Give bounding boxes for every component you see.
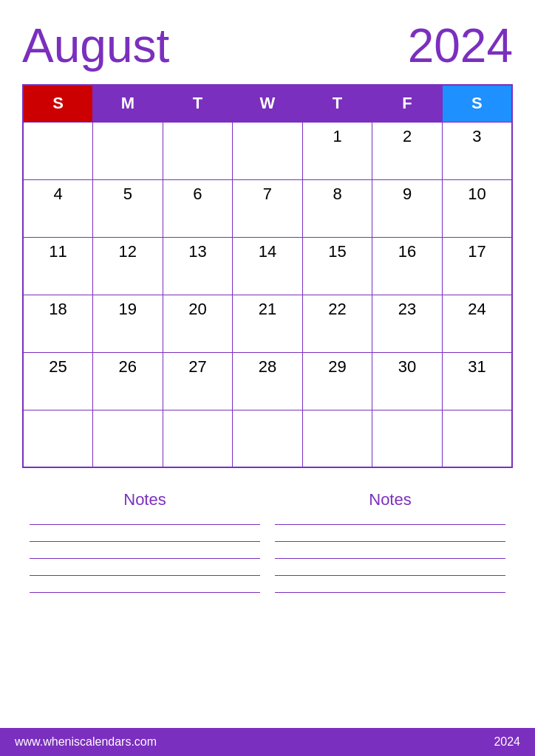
calendar-week-5 (23, 410, 512, 467)
col-header-wednesday: W (233, 85, 303, 122)
col-header-monday: M (93, 85, 163, 122)
calendar-day (302, 410, 372, 467)
calendar-week-4: 25262728293031 (23, 352, 512, 410)
calendar-day: 8 (302, 179, 372, 237)
footer: www.wheniscalendars.com 2024 (0, 728, 535, 756)
calendar-week-0: 123 (23, 122, 512, 179)
col-header-thursday: T (302, 85, 372, 122)
note-line-r1 (275, 524, 505, 525)
calendar-day: 14 (233, 237, 303, 295)
note-line-r4 (275, 575, 505, 576)
calendar-day: 18 (23, 295, 93, 352)
calendar-day: 25 (23, 352, 93, 410)
col-header-saturday: S (442, 85, 512, 122)
footer-url: www.wheniscalendars.com (15, 735, 157, 749)
calendar-day: 30 (372, 352, 443, 410)
calendar-day: 13 (163, 237, 233, 295)
year-title: 2024 (408, 22, 513, 69)
col-header-tuesday: T (163, 85, 233, 122)
calendar-body: 1234567891011121314151617181920212223242… (23, 122, 512, 467)
calendar-day: 21 (233, 295, 303, 352)
col-header-sunday: S (23, 85, 93, 122)
note-line-l2 (30, 541, 260, 542)
calendar-day (93, 122, 163, 179)
calendar-day (93, 410, 163, 467)
calendar-day: 15 (302, 237, 372, 295)
calendar-day (233, 122, 303, 179)
header: August 2024 (22, 22, 513, 69)
calendar-day (23, 410, 93, 467)
calendar-day: 22 (302, 295, 372, 352)
note-line-l1 (30, 524, 260, 525)
calendar-day (442, 410, 512, 467)
calendar-day (233, 410, 303, 467)
calendar-table: S M T W T F S 12345678910111213141516171… (22, 84, 513, 468)
calendar-day: 20 (163, 295, 233, 352)
calendar-day (163, 410, 233, 467)
calendar-day (23, 122, 93, 179)
note-line-l3 (30, 558, 260, 559)
note-line-l5 (30, 592, 260, 593)
notes-left: Notes (30, 490, 260, 713)
calendar-day: 3 (442, 122, 512, 179)
calendar-day: 17 (442, 237, 512, 295)
col-header-friday: F (372, 85, 443, 122)
month-title: August (22, 22, 169, 69)
calendar-day: 6 (163, 179, 233, 237)
calendar-day: 2 (372, 122, 443, 179)
calendar-day: 28 (233, 352, 303, 410)
calendar-day: 19 (93, 295, 163, 352)
calendar-day: 31 (442, 352, 512, 410)
calendar-day: 29 (302, 352, 372, 410)
notes-section: Notes Notes (22, 490, 513, 713)
calendar-day: 11 (23, 237, 93, 295)
note-line-r5 (275, 592, 505, 593)
note-line-r2 (275, 541, 505, 542)
calendar-day: 27 (163, 352, 233, 410)
calendar-day: 10 (442, 179, 512, 237)
calendar-day: 12 (93, 237, 163, 295)
notes-right-label: Notes (275, 490, 505, 509)
calendar-day (163, 122, 233, 179)
calendar-week-3: 18192021222324 (23, 295, 512, 352)
calendar-day: 4 (23, 179, 93, 237)
calendar-header-row: S M T W T F S (23, 85, 512, 122)
calendar-day: 9 (372, 179, 443, 237)
calendar-day: 24 (442, 295, 512, 352)
calendar-day: 26 (93, 352, 163, 410)
calendar-week-2: 11121314151617 (23, 237, 512, 295)
notes-right: Notes (275, 490, 505, 713)
calendar-day: 16 (372, 237, 443, 295)
notes-left-label: Notes (30, 490, 260, 509)
note-line-l4 (30, 575, 260, 576)
calendar-day (372, 410, 443, 467)
calendar-day: 23 (372, 295, 443, 352)
page: August 2024 S M T W T F S 12345678910111… (0, 0, 535, 756)
footer-year: 2024 (494, 735, 520, 749)
calendar-week-1: 45678910 (23, 179, 512, 237)
calendar-day: 5 (93, 179, 163, 237)
calendar-day: 7 (233, 179, 303, 237)
note-line-r3 (275, 558, 505, 559)
calendar-day: 1 (302, 122, 372, 179)
